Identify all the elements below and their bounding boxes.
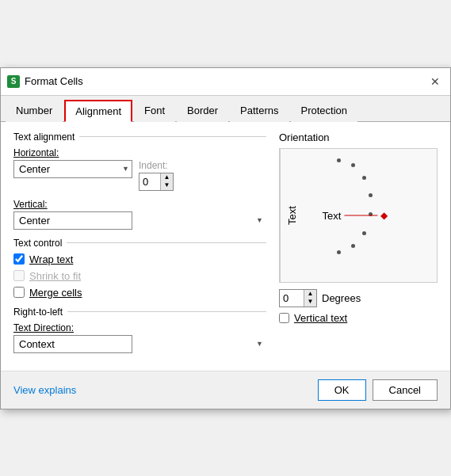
wrap-text-checkbox[interactable]: [13, 253, 25, 265]
orient-diamond: ◆: [380, 210, 388, 221]
wrap-text-label: Wrap text: [29, 253, 73, 265]
footer: View explains OK Cancel: [1, 371, 450, 409]
orientation-label: Orientation: [279, 131, 438, 143]
shrink-to-fit-row: Shrink to fit: [13, 270, 266, 282]
text-orient-line: Text ◆: [322, 209, 388, 221]
tab-protection[interactable]: Protection: [291, 100, 358, 122]
degrees-label: Degrees: [322, 292, 361, 304]
dot-6: [351, 244, 355, 248]
dot-3: [369, 193, 373, 197]
text-direction-label: Text Direction:: [13, 322, 266, 333]
text-alignment-section: Text alignment: [13, 131, 266, 143]
left-panel: Text alignment Horizontal: General Left …: [13, 131, 266, 361]
text-direction-dropdown-arrow: ▼: [256, 340, 263, 348]
indent-label: Indent:: [139, 160, 174, 171]
view-explains-link[interactable]: View explains: [13, 384, 76, 396]
dot-5: [362, 231, 366, 235]
app-icon: S: [7, 75, 20, 88]
content-area: Text alignment Horizontal: General Left …: [1, 122, 450, 371]
shrink-to-fit-label: Shrink to fit: [29, 270, 81, 282]
right-panel: Orientation Text: [279, 131, 438, 361]
vertical-dropdown[interactable]: Top Center Bottom Justify Distributed: [13, 211, 132, 230]
vertical-field-group: Vertical: Top Center Bottom Justify Dist…: [13, 199, 266, 230]
vertical-dropdown-arrow: ▼: [256, 216, 263, 224]
degrees-row: ▲ ▼ Degrees: [279, 289, 438, 307]
degrees-up-button[interactable]: ▲: [304, 290, 316, 299]
vertical-text-label: Vertical Vertical texttext: [294, 312, 347, 324]
orientation-box: Text Text ◆: [279, 148, 438, 283]
merge-cells-checkbox[interactable]: [13, 287, 25, 298]
text-direction-field-group: Text Direction: Context Left-to-Right Ri…: [13, 322, 266, 353]
horizontal-label: Horizontal:: [13, 147, 266, 158]
text-direction-dropdown[interactable]: Context Left-to-Right Right-to-Left: [13, 335, 132, 353]
vertical-text-row: Vertical Vertical texttext: [279, 312, 438, 324]
text-control-section: Text control: [13, 238, 266, 249]
vertical-label: Vertical:: [13, 199, 266, 210]
dot-top: [337, 158, 341, 162]
horizontal-dropdown[interactable]: General Left (Indent) Center Right (Inde…: [13, 160, 132, 178]
rtl-section: Right-to-left: [13, 307, 266, 318]
ok-button[interactable]: OK: [318, 379, 366, 401]
orientation-area: Text ◆: [280, 149, 437, 282]
tab-alignment[interactable]: Alignment: [64, 100, 132, 122]
dialog-title: Format Cells: [25, 75, 83, 87]
wrap-text-row: Wrap text: [13, 253, 266, 265]
indent-up-button[interactable]: ▲: [160, 173, 173, 182]
horizontal-field-group: Horizontal: General Left (Indent) Center…: [13, 147, 266, 191]
indent-down-button[interactable]: ▼: [160, 181, 173, 190]
vertical-text-checkbox[interactable]: [279, 313, 289, 323]
tab-border[interactable]: Border: [177, 100, 228, 122]
title-bar: S Format Cells ✕: [1, 68, 450, 96]
orient-line: [344, 215, 377, 215]
shrink-to-fit-checkbox[interactable]: [13, 270, 25, 281]
tab-font[interactable]: Font: [134, 100, 175, 122]
merge-cells-label: Merge cells: [29, 287, 82, 299]
dot-1: [351, 163, 355, 167]
cancel-button[interactable]: Cancel: [373, 379, 438, 401]
close-button[interactable]: ✕: [426, 73, 444, 90]
degrees-down-button[interactable]: ▼: [304, 298, 316, 307]
format-cells-dialog: S Format Cells ✕ Number Alignment Font B…: [0, 67, 451, 409]
tab-number[interactable]: Number: [6, 100, 63, 122]
tab-patterns[interactable]: Patterns: [230, 100, 289, 122]
merge-cells-row: Merge cells: [13, 287, 266, 299]
dot-2: [362, 176, 366, 180]
tab-bar: Number Alignment Font Border Patterns Pr…: [1, 96, 450, 122]
dot-bottom: [337, 250, 341, 254]
